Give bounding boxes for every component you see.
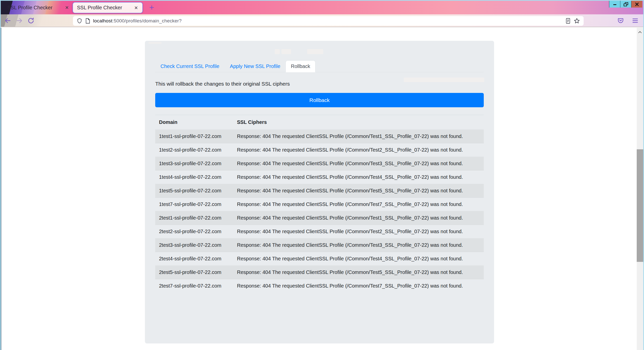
browser-toolbar: localhost:5000/profiles/domain_checker? [1, 14, 643, 27]
ghost-artifact [307, 49, 323, 54]
domain-cell: 1test1-ssl-profile-07-22.com [155, 130, 233, 143]
ciphers-cell: Response: 404 The requested ClientSSL Pr… [233, 130, 484, 143]
tab-close-icon[interactable]: × [64, 5, 70, 11]
domain-cell: 2test4-ssl-profile-07-22.com [155, 252, 233, 266]
page-info-icon[interactable] [85, 18, 91, 24]
toolbar-right [617, 14, 639, 27]
app-nav-tabs: Check Current SSL Profile Apply New SSL … [155, 60, 484, 72]
ciphers-cell: Response: 404 The requested ClientSSL Pr… [233, 143, 484, 157]
domain-cell: 2test3-ssl-profile-07-22.com [155, 238, 233, 252]
tab-check-current-ssl-profile[interactable]: Check Current SSL Profile [155, 60, 225, 72]
back-icon[interactable] [4, 17, 11, 24]
tab-close-icon[interactable]: × [133, 5, 139, 11]
reader-mode-icon[interactable] [565, 18, 571, 24]
tab-apply-new-ssl-profile[interactable]: Apply New SSL Profile [225, 60, 286, 72]
results-table: Domain SSL Ciphers 1test1-ssl-profile-07… [155, 115, 484, 293]
minimize-icon[interactable] [609, 1, 620, 8]
table-row: 1test4-ssl-profile-07-22.comResponse: 40… [155, 170, 484, 184]
table-row: 2test5-ssl-profile-07-22.comResponse: 40… [155, 266, 484, 279]
scrollbar-up-icon[interactable] [637, 29, 643, 35]
ciphers-cell: Response: 404 The requested ClientSSL Pr… [233, 157, 484, 170]
rollback-button[interactable]: Rollback [155, 93, 484, 107]
browser-tab-strip: SSL Profile Checker × SSL Profile Checke… [1, 1, 643, 14]
url-text[interactable]: localhost:5000/profiles/domain_checker? [93, 18, 562, 24]
window-controls [609, 1, 642, 8]
table-row: 2test4-ssl-profile-07-22.comResponse: 40… [155, 252, 484, 266]
window-close-icon[interactable] [631, 1, 642, 8]
domain-cell: 1test4-ssl-profile-07-22.com [155, 170, 233, 184]
menu-icon[interactable] [632, 17, 639, 24]
ghost-artifact [148, 42, 162, 44]
table-row: 2test7-ssl-profile-07-22.comResponse: 40… [155, 279, 484, 293]
table-row: 2test1-ssl-profile-07-22.comResponse: 40… [155, 211, 484, 225]
ciphers-cell: Response: 404 The requested ClientSSL Pr… [233, 198, 484, 211]
ghost-artifact [281, 49, 291, 54]
browser-tab-inactive[interactable]: SSL Profile Checker × [3, 1, 72, 14]
ciphers-cell: Response: 404 The requested ClientSSL Pr… [233, 266, 484, 279]
table-row: 1test7-ssl-profile-07-22.comResponse: 40… [155, 198, 484, 211]
column-header-domain: Domain [155, 115, 233, 130]
browser-window: SSL Profile Checker × SSL Profile Checke… [0, 0, 644, 350]
ghost-artifact [404, 78, 484, 82]
url-host: localhost [93, 18, 112, 23]
scrollbar-thumb[interactable] [637, 149, 643, 262]
ghost-artifact [275, 49, 280, 54]
ciphers-cell: Response: 404 The requested ClientSSL Pr… [233, 184, 484, 198]
table-row: 1test1-ssl-profile-07-22.comResponse: 40… [155, 130, 484, 143]
table-body: 1test1-ssl-profile-07-22.comResponse: 40… [155, 130, 484, 293]
page-content: Check Current SSL Profile Apply New SSL … [1, 28, 643, 350]
ciphers-cell: Response: 404 The requested ClientSSL Pr… [233, 238, 484, 252]
table-row: 1test5-ssl-profile-07-22.comResponse: 40… [155, 184, 484, 198]
domain-cell: 1test2-ssl-profile-07-22.com [155, 143, 233, 157]
window-border-left-inner [1, 28, 1, 350]
column-header-ssl-ciphers: SSL Ciphers [233, 115, 484, 130]
domain-cell: 1test3-ssl-profile-07-22.com [155, 157, 233, 170]
reload-icon[interactable] [27, 17, 34, 24]
ssl-profile-card: Check Current SSL Profile Apply New SSL … [145, 41, 494, 343]
bookmark-star-icon[interactable] [574, 18, 580, 24]
table-header-row: Domain SSL Ciphers [155, 115, 484, 130]
domain-cell: 1test7-ssl-profile-07-22.com [155, 198, 233, 211]
forward-icon[interactable] [16, 17, 23, 24]
ciphers-cell: Response: 404 The requested ClientSSL Pr… [233, 252, 484, 266]
ciphers-cell: Response: 404 The requested ClientSSL Pr… [233, 170, 484, 184]
pocket-icon[interactable] [617, 17, 624, 24]
new-tab-icon[interactable]: + [147, 2, 157, 12]
tab-title: SSL Profile Checker [7, 5, 52, 11]
domain-cell: 1test5-ssl-profile-07-22.com [155, 184, 233, 198]
domain-cell: 2test2-ssl-profile-07-22.com [155, 225, 233, 238]
window-border-top [0, 0, 644, 1]
table-row: 1test3-ssl-profile-07-22.comResponse: 40… [155, 157, 484, 170]
domain-cell: 2test1-ssl-profile-07-22.com [155, 211, 233, 225]
ciphers-cell: Response: 404 The requested ClientSSL Pr… [233, 279, 484, 293]
ciphers-cell: Response: 404 The requested ClientSSL Pr… [233, 225, 484, 238]
table-row: 2test3-ssl-profile-07-22.comResponse: 40… [155, 238, 484, 252]
ciphers-cell: Response: 404 The requested ClientSSL Pr… [233, 211, 484, 225]
tab-title: SSL Profile Checker [77, 5, 122, 11]
nav-buttons [4, 14, 34, 27]
tab-rollback[interactable]: Rollback [286, 60, 315, 72]
shield-icon[interactable] [76, 18, 83, 24]
browser-tab-active[interactable]: SSL Profile Checker × [72, 2, 143, 13]
table-row: 1test2-ssl-profile-07-22.comResponse: 40… [155, 143, 484, 157]
url-bar[interactable]: localhost:5000/profiles/domain_checker? [73, 16, 584, 26]
scrollbar-track[interactable] [637, 28, 643, 350]
table-row: 2test2-ssl-profile-07-22.comResponse: 40… [155, 225, 484, 238]
domain-cell: 2test7-ssl-profile-07-22.com [155, 279, 233, 293]
url-path: :5000/profiles/domain_checker? [112, 18, 182, 23]
restore-icon[interactable] [620, 1, 631, 8]
domain-cell: 2test5-ssl-profile-07-22.com [155, 266, 233, 279]
